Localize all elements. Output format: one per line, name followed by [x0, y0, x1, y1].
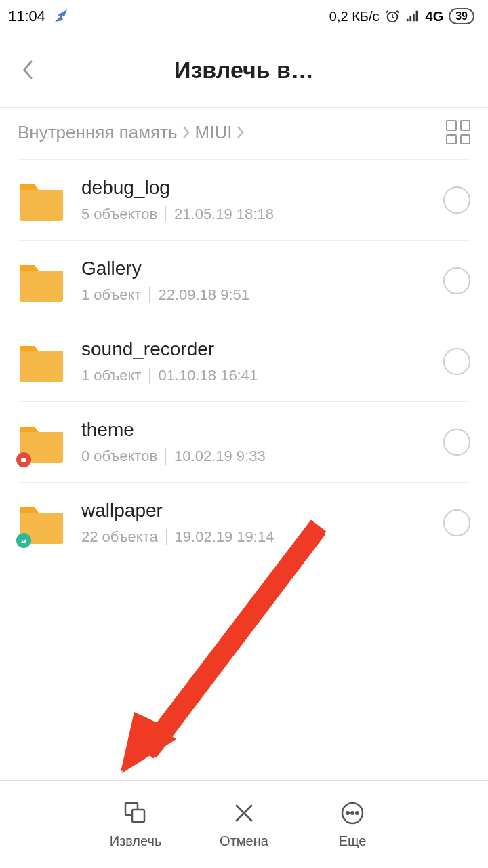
folder-count: 5 объектов [81, 205, 157, 223]
svg-point-9 [346, 812, 349, 814]
separator [166, 529, 167, 545]
page-title: Извлечь в… [14, 57, 474, 83]
clock: 11:04 [8, 7, 45, 25]
folder-count: 0 объектов [81, 448, 157, 465]
extract-button[interactable]: Извлечь [102, 800, 169, 849]
cancel-label: Отмена [220, 833, 268, 849]
folder-name: wallpaper [81, 500, 427, 521]
extract-icon [122, 800, 149, 827]
select-radio[interactable] [443, 429, 470, 456]
folder-date: 19.02.19 19:14 [175, 528, 274, 546]
signal-icon [405, 9, 420, 24]
extract-label: Извлечь [110, 833, 162, 849]
folder-row[interactable]: debug_log 5 объектов 21.05.19 18:18 [18, 159, 470, 241]
folder-icon [18, 257, 65, 304]
folder-date: 01.10.18 16:41 [158, 367, 258, 384]
gallery-badge-icon [16, 533, 31, 548]
folder-count: 22 объекта [81, 528, 158, 546]
breadcrumb-row: Внутренняя память MIUI [0, 108, 488, 159]
folder-date: 21.05.19 18:18 [174, 205, 274, 223]
svg-marker-3 [122, 719, 176, 773]
folder-name: debug_log [81, 177, 427, 199]
separator [165, 206, 166, 222]
folder-date: 10.02.19 9:33 [174, 448, 266, 465]
breadcrumb[interactable]: Внутренняя память MIUI [18, 122, 245, 143]
separator [149, 287, 150, 303]
bottom-toolbar: Извлечь Отмена Еще [0, 780, 488, 868]
more-icon [339, 800, 366, 827]
crumb-root[interactable]: Внутренняя память [18, 122, 178, 143]
theme-badge-icon [16, 452, 31, 467]
svg-marker-4 [122, 715, 166, 773]
svg-point-11 [356, 812, 359, 814]
svg-rect-1 [21, 458, 26, 462]
select-radio[interactable] [443, 348, 470, 375]
back-button[interactable] [15, 56, 42, 83]
folder-icon [18, 418, 65, 466]
separator [149, 368, 150, 384]
cancel-button[interactable]: Отмена [210, 800, 278, 849]
folder-row[interactable]: Gallery 1 объект 22.09.18 9:51 [18, 241, 470, 321]
battery-indicator: 39 [449, 8, 474, 24]
alarm-icon [385, 9, 400, 24]
folder-icon [18, 499, 65, 547]
svg-point-10 [351, 812, 354, 814]
grid-view-button[interactable] [446, 120, 470, 144]
data-rate: 0,2 КБ/с [329, 9, 380, 24]
status-bar: 11:04 0,2 КБ/с 4G 39 [0, 0, 488, 33]
folder-date: 22.09.18 9:51 [158, 286, 249, 304]
folder-row[interactable]: theme 0 объектов 10.02.19 9:33 [18, 402, 470, 483]
chevron-right-icon [182, 125, 191, 140]
select-radio[interactable] [443, 509, 470, 536]
more-button[interactable]: Еще [319, 800, 386, 849]
folder-count: 1 объект [81, 367, 141, 384]
app-header: Извлечь в… [0, 33, 488, 107]
svg-rect-7 [132, 810, 144, 822]
select-radio[interactable] [443, 186, 470, 214]
folder-name: sound_recorder [81, 338, 427, 360]
more-label: Еще [339, 833, 367, 849]
chevron-right-icon [236, 125, 245, 140]
folder-row[interactable]: sound_recorder 1 объект 01.10.18 16:41 [18, 321, 470, 402]
folder-count: 1 объект [81, 286, 141, 304]
folder-name: theme [81, 419, 427, 441]
separator [165, 448, 166, 465]
folder-icon [18, 176, 65, 224]
network-type: 4G [426, 9, 444, 24]
select-radio[interactable] [443, 267, 470, 294]
folder-name: Gallery [81, 258, 427, 279]
close-icon [230, 800, 258, 827]
svg-marker-5 [121, 712, 175, 772]
folder-icon [18, 338, 65, 385]
crumb-folder[interactable]: MIUI [195, 122, 232, 143]
app-notification-icon [54, 8, 70, 24]
folder-row[interactable]: wallpaper 22 объекта 19.02.19 19:14 [18, 483, 470, 563]
file-list: debug_log 5 объектов 21.05.19 18:18 Gall… [0, 159, 488, 563]
